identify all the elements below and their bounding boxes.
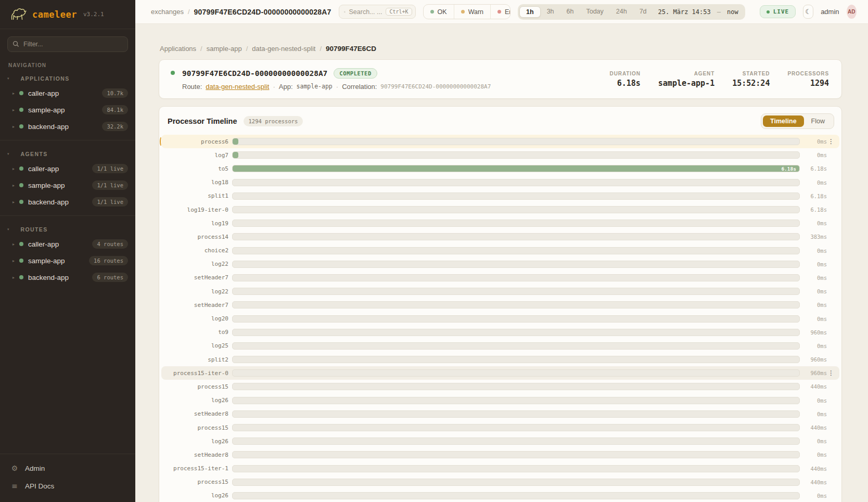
status-dot — [19, 242, 23, 246]
timeline-view-button[interactable]: Timeline — [763, 115, 803, 127]
brand-version: v3.2.1 — [83, 11, 104, 18]
selection-bracket — [160, 136, 163, 147]
live-indicator[interactable]: LIVE — [760, 5, 796, 18]
count-badge: 1/1 live — [92, 197, 128, 207]
timeline-row[interactable]: log26 0ms ⋮ — [161, 394, 839, 407]
flow-view-button[interactable]: Flow — [804, 115, 832, 127]
timeline-row[interactable]: log19 0ms ⋮ — [161, 216, 839, 230]
timeline-row[interactable]: process15-iter-0 960ms ⋮ — [161, 366, 839, 380]
section-header[interactable]: ▾ ROUTES — [0, 221, 135, 236]
sidebar-item-sample-app[interactable]: ▸ sample-app 1/1 live — [0, 177, 135, 194]
processor-name: log26 — [163, 492, 232, 499]
timeline-track — [232, 383, 800, 390]
sidebar-item-backend-app[interactable]: ▸ backend-app 6 routes — [0, 269, 135, 286]
item-label: backend-app — [28, 274, 87, 281]
timeline-row[interactable]: split1 6.18s ⋮ — [161, 189, 839, 203]
item-label: backend-app — [28, 123, 97, 131]
status-dot — [19, 275, 23, 279]
processor-name: setHeader8 — [163, 452, 232, 458]
timeline-row[interactable]: process6 0ms ⋮ — [161, 135, 839, 148]
breadcrumb-section[interactable]: exchanges — [151, 8, 184, 16]
sidebar-item-backend-app[interactable]: ▸ backend-app 32.2k — [0, 118, 135, 135]
duration-value: 0ms — [800, 397, 827, 404]
sidebar-item-sample-app[interactable]: ▸ sample-app 16 routes — [0, 252, 135, 269]
timeline-track — [232, 369, 800, 377]
search-icon — [344, 9, 346, 15]
sidebar-item-api-docs[interactable]: ≡ API Docs — [0, 477, 135, 495]
processor-timeline-panel: Processor Timeline 1294 processors Timel… — [159, 106, 842, 502]
duration-value: 0ms — [800, 179, 827, 186]
timeline-track — [232, 261, 800, 268]
timeline-track — [232, 220, 800, 227]
timeline-row[interactable]: process15 440ms ⋮ — [161, 475, 839, 489]
timeline-row[interactable]: setHeader7 0ms ⋮ — [161, 271, 839, 285]
section-header[interactable]: ▾ APPLICATIONS — [0, 70, 135, 85]
range-today-button[interactable]: Today — [580, 6, 609, 18]
timeline-row[interactable]: log26 0ms ⋮ — [161, 434, 839, 448]
timeline-row[interactable]: log18 0ms ⋮ — [161, 176, 839, 189]
timeline-row[interactable]: setHeader8 0ms ⋮ — [161, 407, 839, 421]
range-7d-button[interactable]: 7d — [633, 6, 653, 18]
sidebar-item-admin[interactable]: ⚙ Admin — [0, 459, 135, 477]
kebab-menu-icon[interactable]: ⋮ — [827, 369, 835, 377]
range-1h-button[interactable]: 1h — [519, 6, 541, 18]
timeline-row[interactable]: log7 0ms ⋮ — [161, 148, 839, 162]
timeline-row[interactable]: log22 0ms ⋮ — [161, 285, 839, 298]
chevron-down-icon: ▾ — [7, 76, 9, 81]
timeline-track — [232, 206, 800, 213]
dark-mode-toggle[interactable]: ☾ — [803, 5, 813, 19]
sidebar-item-sample-app[interactable]: ▸ sample-app 84.1k — [0, 101, 135, 118]
processor-name: log20 — [163, 315, 232, 322]
timeline-row[interactable]: to9 960ms ⋮ — [161, 326, 839, 339]
global-search[interactable]: Search... ... Ctrl+K — [339, 5, 416, 19]
sidebar-item-caller-app[interactable]: ▸ caller-app 4 routes — [0, 236, 135, 252]
crumb-route[interactable]: data-gen-nested-split — [252, 45, 315, 53]
processor-name: choice2 — [163, 247, 232, 254]
timeline-row[interactable]: setHeader7 0ms ⋮ — [161, 298, 839, 312]
crumb-applications[interactable]: Applications — [160, 45, 196, 53]
status-filter-warn[interactable]: Warn — [454, 5, 491, 19]
timeline-row[interactable]: choice2 0ms ⋮ — [161, 244, 839, 258]
brand-header[interactable]: cameleer v3.2.1 — [0, 0, 135, 29]
timeline-title: Processor Timeline — [168, 117, 237, 125]
range-24h-button[interactable]: 24h — [610, 6, 633, 18]
route-link[interactable]: data-gen-nested-split — [206, 83, 269, 91]
timeline-row[interactable]: log20 0ms ⋮ — [161, 312, 839, 325]
timeline-row[interactable]: log26 0ms ⋮ — [161, 489, 839, 502]
sidebar-item-caller-app[interactable]: ▸ caller-app 1/1 live — [0, 160, 135, 177]
kebab-menu-icon[interactable]: ⋮ — [827, 138, 835, 145]
timeline-row[interactable]: process15 440ms ⋮ — [161, 421, 839, 434]
timeline-row[interactable]: process15 440ms ⋮ — [161, 380, 839, 393]
topbar: exchanges / 90799F47E6CD24D-000000000000… — [135, 0, 868, 24]
range-3h-button[interactable]: 3h — [541, 6, 560, 18]
timeline-row[interactable]: log22 0ms ⋮ — [161, 258, 839, 271]
item-label: caller-app — [28, 165, 87, 173]
time-range-pills: 1h 3h 6h Today 24h 7d — [519, 6, 653, 18]
range-6h-button[interactable]: 6h — [560, 6, 580, 18]
timeline-row[interactable]: log19-iter-0 6.18s ⋮ — [161, 203, 839, 216]
duration-value: 0ms — [800, 152, 827, 158]
timeline-row[interactable]: setHeader8 0ms ⋮ — [161, 448, 839, 461]
timeline-row[interactable]: log25 0ms ⋮ — [161, 339, 839, 353]
crumb-separator: / — [246, 45, 248, 53]
status-filter-ok[interactable]: OK — [424, 5, 454, 19]
timeline-row[interactable]: to5 6.18s 6.18s ⋮ — [161, 162, 839, 175]
avatar[interactable]: AD — [847, 5, 857, 19]
section-header[interactable]: ▾ AGENTS — [0, 146, 135, 160]
timeline-row[interactable]: process15-iter-1 440ms ⋮ — [161, 462, 839, 475]
processor-name: log26 — [163, 397, 232, 404]
crumb-app[interactable]: sample-app — [207, 45, 242, 53]
stat-duration: DURATION 6.18s — [610, 71, 641, 88]
timeline-row[interactable]: process14 383ms ⋮ — [161, 230, 839, 243]
status-filter-error[interactable]: Error — [491, 5, 510, 19]
admin-label: Admin — [25, 465, 45, 472]
timeline-row[interactable]: split2 960ms ⋮ — [161, 353, 839, 366]
sidebar-item-backend-app[interactable]: ▸ backend-app 1/1 live — [0, 194, 135, 210]
processor-name: setHeader7 — [163, 302, 232, 308]
sidebar-item-caller-app[interactable]: ▸ caller-app 10.7k — [0, 85, 135, 101]
sidebar-filter-input[interactable] — [7, 36, 128, 52]
timeline-track — [232, 329, 800, 336]
chevron-right-icon: ▸ — [12, 242, 15, 247]
processor-name: log19-iter-0 — [163, 207, 232, 213]
status-dot — [461, 10, 465, 14]
